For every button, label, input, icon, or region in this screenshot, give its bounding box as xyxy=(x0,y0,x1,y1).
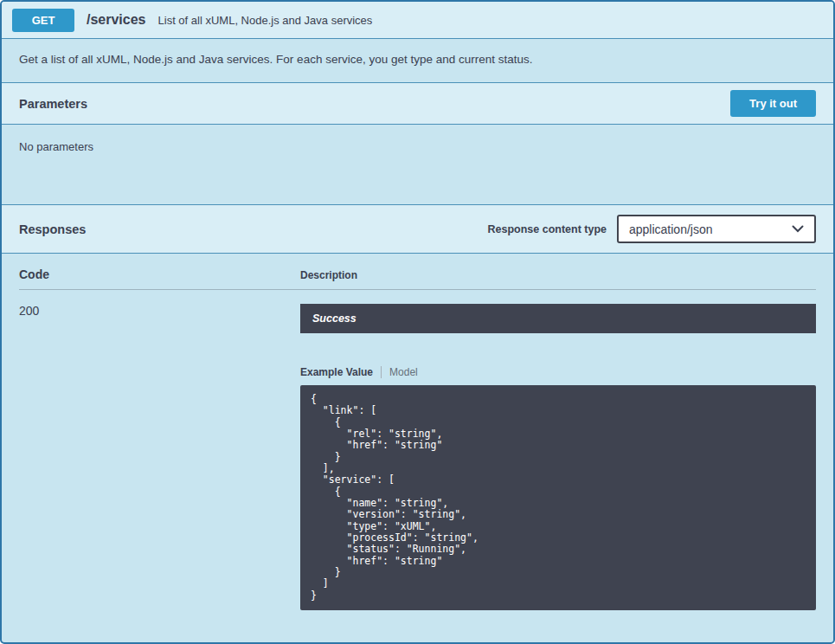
response-content-type-select[interactable]: application/json xyxy=(617,215,816,243)
response-content-type-label: Response content type xyxy=(487,223,607,235)
responses-section-header: Responses Response content type applicat… xyxy=(2,205,833,254)
response-content-type-group: Response content type application/json xyxy=(487,215,816,243)
operation-header[interactable]: GET /services List of all xUML, Node.js … xyxy=(2,2,833,39)
code-column-header: Code xyxy=(19,267,300,281)
parameters-title: Parameters xyxy=(19,97,87,111)
tab-example-value[interactable]: Example Value xyxy=(300,366,373,378)
description-column-header: Description xyxy=(300,269,357,281)
response-code: 200 xyxy=(19,304,300,610)
content-type-selected-value: application/json xyxy=(629,222,713,236)
response-status-text: Success xyxy=(312,312,356,325)
example-json-code: { "link": [ { "rel": "string", "href": "… xyxy=(300,385,816,610)
parameters-section-header: Parameters Try it out xyxy=(2,83,833,125)
get-method-badge: GET xyxy=(12,9,74,32)
endpoint-summary: List of all xUML, Node.js and Java servi… xyxy=(158,14,373,27)
example-model-tabs: Example Value Model xyxy=(300,366,816,378)
endpoint-description: Get a list of all xUML, Node.js and Java… xyxy=(2,39,833,83)
tab-separator xyxy=(381,366,382,378)
no-parameters-text: No parameters xyxy=(19,140,93,153)
responses-body: Code Description 200 Success Example Val… xyxy=(2,254,833,624)
chevron-down-icon xyxy=(792,225,804,233)
responses-table-header: Code Description xyxy=(19,267,816,290)
try-it-out-button[interactable]: Try it out xyxy=(730,90,816,117)
endpoint-path: /services xyxy=(87,12,146,28)
response-detail: Success Example Value Model { "link": [ … xyxy=(300,304,816,610)
parameters-body: No parameters xyxy=(2,125,833,205)
response-row-200: 200 Success Example Value Model { "link"… xyxy=(19,290,816,610)
responses-title: Responses xyxy=(19,222,86,236)
response-status-bar: Success xyxy=(300,304,816,333)
tab-model[interactable]: Model xyxy=(389,366,418,378)
swagger-operation-panel: GET /services List of all xUML, Node.js … xyxy=(0,0,835,644)
